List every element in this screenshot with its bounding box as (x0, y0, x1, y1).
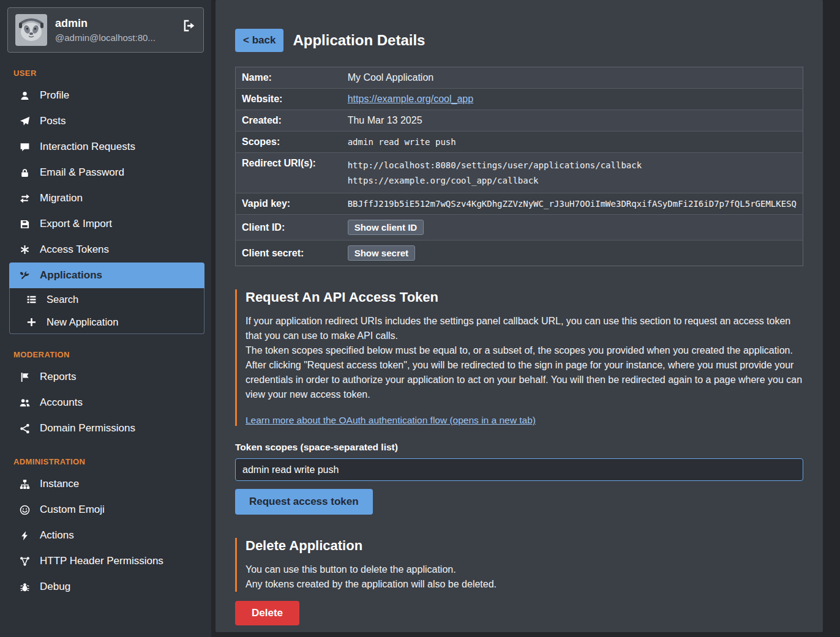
sidebar: admin @admin@localhost:80... USER Profil… (0, 0, 211, 637)
oauth-docs-link[interactable]: Learn more about the OAuth authenticatio… (246, 415, 536, 426)
lock-icon (19, 168, 31, 178)
floppy-disk-icon (19, 219, 31, 229)
avatar (15, 14, 47, 46)
sidebar-item-posts[interactable]: Posts (9, 108, 204, 134)
users-icon (19, 398, 31, 408)
sidebar-item-label: Migration (40, 192, 83, 204)
sidebar-item-actions[interactable]: Actions (9, 523, 204, 548)
website-link[interactable]: https://example.org/cool_app (348, 94, 473, 104)
sidebar-item-access-tokens[interactable]: Access Tokens (9, 237, 204, 263)
token-scopes-label: Token scopes (space-separated list) (235, 442, 803, 453)
show-secret-button[interactable]: Show secret (348, 245, 415, 261)
sidebar-item-label: Search (47, 294, 78, 305)
sidebar-item-label: Reports (40, 371, 77, 383)
sidebar-item-label: Posts (40, 115, 66, 127)
detail-value: Thu Mar 13 2025 (347, 110, 803, 132)
request-access-token-button[interactable]: Request access token (235, 489, 373, 515)
token-scopes-input[interactable] (235, 458, 803, 481)
application-details-table: Name: My Cool Application Website: https… (235, 67, 803, 266)
paper-plane-icon (19, 116, 31, 127)
redirect-uri-2: https://example.org/cool_app/callback (348, 173, 797, 188)
sidebar-item-interaction-requests[interactable]: Interaction Requests (9, 134, 204, 160)
sidebar-item-custom-emoji[interactable]: Custom Emoji (9, 497, 204, 523)
network-icon (19, 556, 31, 567)
detail-row-client-id: Client ID: Show client ID (236, 215, 803, 240)
user-name: admin (55, 17, 156, 30)
detail-row-scopes: Scopes: admin read write push (236, 132, 803, 153)
sidebar-item-email-password[interactable]: Email & Password (9, 160, 204, 185)
bug-icon (19, 582, 31, 592)
sidebar-item-domain-permissions[interactable]: Domain Permissions (9, 415, 204, 441)
flag-icon (19, 372, 31, 382)
token-paragraph-3: After clicking "Request access token", y… (246, 358, 803, 402)
detail-label: Website: (236, 89, 347, 110)
sidebar-item-reports[interactable]: Reports (9, 364, 204, 390)
sidebar-item-profile[interactable]: Profile (9, 83, 204, 108)
delete-application-title: Delete Application (246, 538, 803, 554)
token-paragraph-2: The token scopes specified below must be… (246, 343, 803, 358)
tools-icon (19, 270, 31, 281)
sidebar-item-label: Accounts (40, 397, 83, 409)
plus-icon (26, 317, 37, 327)
delete-application-description: Delete Application You can use this butt… (235, 538, 803, 592)
sidebar-item-label: Profile (40, 89, 69, 102)
exchange-icon (19, 193, 31, 204)
sign-out-icon[interactable] (182, 19, 196, 41)
show-client-id-button[interactable]: Show client ID (348, 220, 424, 235)
delete-button[interactable]: Delete (235, 601, 299, 625)
request-token-section: Request An API Access Token If your appl… (235, 289, 803, 515)
user-icon (19, 91, 31, 101)
list-icon (26, 294, 37, 305)
sidebar-item-accounts[interactable]: Accounts (9, 390, 204, 415)
sidebar-item-label: HTTP Header Permissions (40, 555, 163, 567)
detail-label: Client ID: (236, 215, 347, 240)
main-panel: < back Application Details Name: My Cool… (216, 0, 823, 632)
request-token-description: Request An API Access Token If your appl… (235, 289, 803, 426)
user-handle: @admin@localhost:80... (55, 32, 156, 43)
delete-line-1: You can use this button to delete the ap… (246, 562, 803, 577)
sidebar-item-label: Debug (40, 581, 70, 593)
detail-label: Created: (236, 110, 347, 132)
detail-label: Name: (236, 67, 347, 89)
share-nodes-icon (19, 423, 31, 434)
scopes-value: admin read write push (348, 137, 456, 147)
sidebar-section-administration: ADMINISTRATION (13, 457, 198, 466)
sidebar-item-label: Custom Emoji (40, 504, 105, 516)
page-title: Application Details (293, 32, 425, 49)
sidebar-item-label: Interaction Requests (40, 141, 135, 153)
detail-row-created: Created: Thu Mar 13 2025 (236, 110, 803, 132)
detail-label: Vapid key: (236, 193, 347, 215)
comment-icon (19, 142, 31, 152)
detail-label: Redirect URI(s): (236, 153, 347, 193)
page-header: < back Application Details (235, 29, 803, 52)
smiley-icon (19, 505, 31, 515)
sidebar-item-label: Actions (40, 529, 74, 542)
sidebar-item-applications[interactable]: Applications (9, 263, 204, 288)
sidebar-item-instance[interactable]: Instance (9, 471, 204, 497)
sidebar-item-label: Domain Permissions (40, 422, 135, 434)
sidebar-item-label: Email & Password (40, 166, 124, 179)
sidebar-item-new-application[interactable]: New Application (10, 311, 204, 333)
user-card[interactable]: admin @admin@localhost:80... (7, 7, 204, 53)
back-button[interactable]: < back (235, 29, 283, 52)
detail-row-redirect-uris: Redirect URI(s): http://localhost:8080/s… (236, 153, 803, 193)
sidebar-item-label: Access Tokens (40, 244, 109, 256)
sidebar-section-moderation: MODERATION (13, 350, 198, 359)
sidebar-item-http-header-permissions[interactable]: HTTP Header Permissions (9, 548, 204, 574)
sidebar-item-migration[interactable]: Migration (9, 185, 204, 211)
token-form: Token scopes (space-separated list) Requ… (235, 442, 803, 515)
detail-row-vapid-key: Vapid key: BBJffJ219b5iE512m7wQSzv4KgKDh… (236, 193, 803, 215)
redirect-uri-1: http://localhost:8080/settings/user/appl… (348, 158, 797, 173)
sidebar-item-export-import[interactable]: Export & Import (9, 211, 204, 237)
detail-row-name: Name: My Cool Application (236, 67, 803, 89)
sitemap-icon (19, 479, 31, 490)
detail-row-client-secret: Client secret: Show secret (236, 240, 803, 266)
bolt-icon (19, 531, 31, 541)
sidebar-item-debug[interactable]: Debug (9, 574, 204, 600)
request-token-title: Request An API Access Token (246, 289, 803, 305)
detail-label: Scopes: (236, 132, 347, 153)
detail-label: Client secret: (236, 240, 347, 266)
sidebar-item-applications-search[interactable]: Search (10, 288, 204, 311)
asterisk-icon (19, 245, 31, 255)
sidebar-section-user: USER (13, 69, 198, 78)
